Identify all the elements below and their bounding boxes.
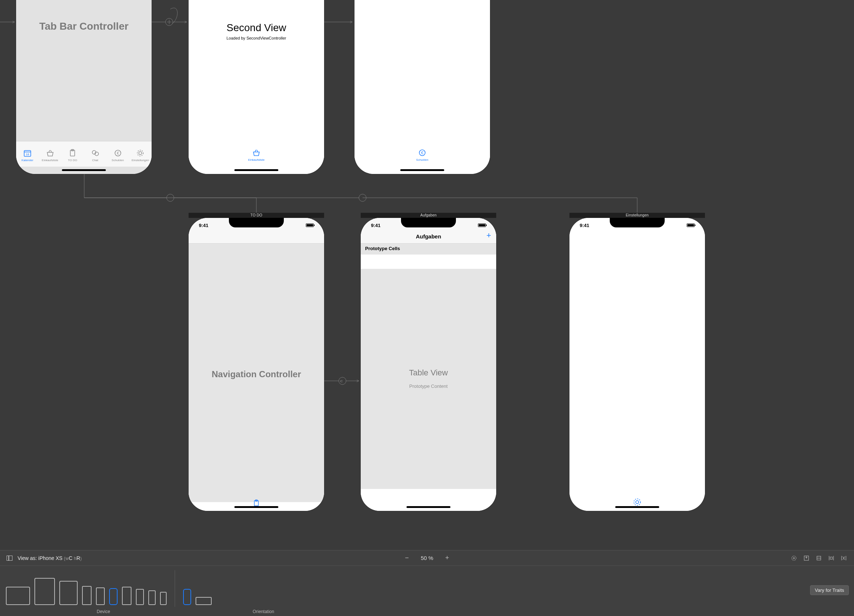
scene-label-einstellungen[interactable]: Einstellungen [569, 213, 705, 218]
euro-icon: € [113, 149, 123, 157]
svg-point-24 [636, 501, 639, 503]
svg-text:18: 18 [26, 153, 29, 156]
divider [175, 570, 175, 607]
svg-text:⊂: ⊂ [340, 379, 343, 383]
scene-navigation-controller[interactable]: 9:41 Navigation Controller [189, 218, 324, 511]
calendar-icon: 18 [23, 149, 32, 157]
device-ipad-11[interactable] [34, 578, 55, 605]
prototype-cells-header: Prototype Cells [361, 244, 496, 255]
chat-icon [90, 149, 100, 157]
device-iphone-xs[interactable] [109, 588, 117, 605]
tab-label: Einkaufsliste [42, 159, 58, 162]
svg-point-18 [139, 152, 142, 154]
orientation-landscape[interactable] [195, 597, 212, 605]
table-row[interactable] [361, 255, 496, 269]
pin-constraints-icon[interactable] [828, 555, 835, 561]
notch [229, 218, 284, 227]
update-frames-icon[interactable] [790, 555, 798, 561]
svg-text:€: € [421, 151, 423, 155]
clipboard-icon [68, 149, 77, 157]
tab-schulden[interactable]: € Schulden [107, 141, 129, 167]
home-indicator [234, 506, 278, 508]
tab-label: Einkaufsliste [248, 158, 265, 162]
tab-bar: € Schulden [354, 141, 490, 167]
tab-label: Schulden [416, 158, 428, 162]
home-indicator [400, 169, 444, 171]
resolve-constraints-icon[interactable] [840, 555, 847, 561]
scene-schulden-view[interactable]: € Schulden [354, 0, 490, 174]
device-iphone-8-plus[interactable] [122, 587, 131, 605]
basket-icon [252, 148, 261, 157]
tab-chat[interactable]: Chat [84, 141, 107, 167]
tab-label: Schulden [112, 159, 124, 162]
tab-kalender[interactable]: 18 Kalender [16, 141, 39, 167]
zoom-out-button[interactable]: − [403, 555, 410, 562]
toggle-outline-panel-icon[interactable] [7, 556, 12, 561]
device-iphone-4s[interactable] [160, 592, 167, 605]
tab-label: Chat [92, 159, 98, 162]
navigation-controller-title: Navigation Controller [189, 369, 324, 380]
vary-for-traits-button[interactable]: Vary for Traits [810, 585, 849, 595]
scene-tab-bar-controller[interactable]: Tab Bar Controller 18 Kalender Einkaufsl… [16, 0, 152, 174]
svg-point-25 [634, 499, 640, 505]
tab-todo[interactable]: TO DO [61, 141, 84, 167]
scene-label-aufgaben[interactable]: Aufgaben [361, 213, 496, 218]
device-configuration-bar: View as: iPhone XS (wC hR) − 50 % + [0, 550, 854, 616]
tab-schulden[interactable]: € Schulden [354, 141, 490, 167]
basket-icon [46, 149, 55, 157]
battery-icon [687, 223, 695, 227]
tab-label: Kalender [21, 159, 34, 162]
gear-icon [136, 149, 145, 157]
notch [401, 218, 456, 227]
device-ipad-12-9[interactable] [6, 587, 30, 605]
home-indicator [407, 506, 450, 508]
device-iphone-8[interactable] [136, 589, 144, 605]
svg-point-5 [359, 194, 366, 201]
tab-bar: 18 Kalender Einkaufsliste TO DO Chat € [16, 141, 152, 167]
tab-einstellungen[interactable]: Einstellungen [129, 141, 152, 167]
orientation-portrait[interactable] [183, 589, 191, 605]
device-iphone-se[interactable] [148, 590, 156, 605]
scene-table-view[interactable]: 9:41 Aufgaben + Prototype Cells Table Vi… [361, 218, 496, 511]
tab-label: TO DO [68, 159, 77, 162]
clock: 9:41 [580, 223, 589, 228]
svg-point-2 [166, 18, 173, 26]
home-indicator [234, 169, 278, 171]
zoom-controls: − 50 % + [403, 555, 451, 562]
embed-in-icon[interactable] [803, 555, 810, 561]
second-view-title: Second View [189, 22, 324, 34]
view-as-prefix: View as: [18, 555, 38, 561]
storyboard-canvas[interactable]: ⊂ Tab Bar Controller 18 Kalender Einkauf… [0, 0, 854, 550]
tab-bar-controller-title: Tab Bar Controller [16, 20, 152, 32]
tab-label: Einstellungen [131, 159, 149, 162]
tab-einkaufsliste[interactable]: Einkaufsliste [39, 141, 61, 167]
euro-icon: € [418, 148, 427, 157]
clock: 9:41 [371, 223, 380, 228]
scene-second-view[interactable]: Second View Loaded by SecondViewControll… [189, 0, 324, 174]
notch [610, 218, 665, 227]
table-view-body[interactable]: Table View Prototype Content [361, 269, 496, 489]
svg-point-7 [339, 377, 346, 384]
scene-label-todo[interactable]: TO DO [189, 213, 324, 218]
tab-bar: Einkaufsliste [189, 141, 324, 167]
view-as-device: iPhone XS [38, 555, 63, 561]
device-iphone-xs-max[interactable] [82, 586, 92, 605]
second-view-subtitle: Loaded by SecondViewController [189, 36, 324, 40]
view-as-label[interactable]: View as: iPhone XS (wC hR) [18, 555, 82, 561]
home-indicator [615, 506, 659, 508]
gear-icon [633, 498, 642, 506]
svg-rect-31 [830, 557, 833, 559]
clock: 9:41 [199, 223, 208, 228]
battery-icon [478, 223, 486, 227]
zoom-in-button[interactable]: + [444, 555, 451, 562]
align-icon[interactable] [815, 555, 822, 561]
home-indicator [62, 169, 106, 171]
scene-einstellungen[interactable]: 9:41 [569, 218, 705, 511]
device-ipad-9-7[interactable] [59, 581, 78, 605]
tab-einkaufsliste[interactable]: Einkaufsliste [189, 141, 324, 167]
device-iphone-xr[interactable] [96, 587, 105, 605]
device-group-label: Device [97, 609, 110, 614]
add-button[interactable]: + [486, 231, 491, 240]
svg-text:€: € [116, 151, 119, 155]
orientation-picker [180, 570, 215, 605]
